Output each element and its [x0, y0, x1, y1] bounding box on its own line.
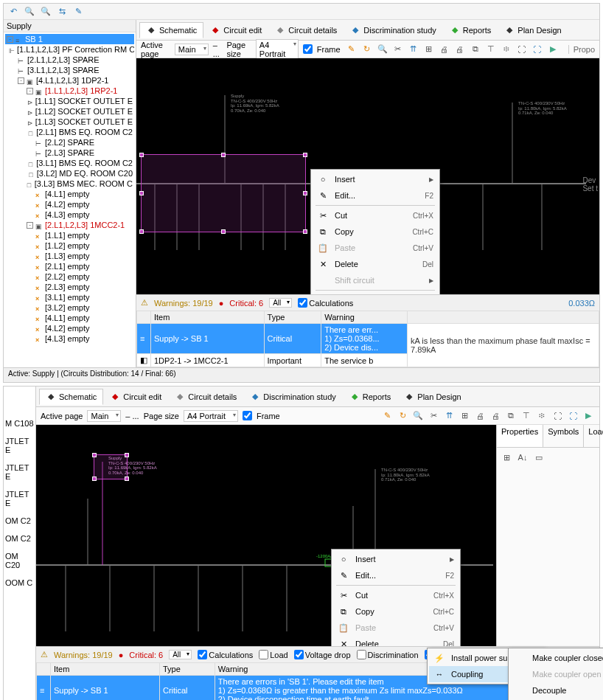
- context-menu[interactable]: ○Insert▶✎Edit...F2✂CutCtrl+X⧉CopyCtrl+C📋…: [310, 169, 440, 294]
- critical-count[interactable]: Critical: 6: [229, 299, 263, 308]
- tree-icon[interactable]: ⇈: [407, 43, 420, 56]
- tree-item[interactable]: -▣[2.L1,L2,L3] 1MCC2-1: [5, 220, 134, 230]
- scissors-icon[interactable]: ✂: [391, 43, 405, 56]
- tree-item[interactable]: ⊢[2.L3] SPARE: [5, 148, 134, 158]
- tab-schematic[interactable]: ◆Schematic: [139, 22, 203, 38]
- tree-item[interactable]: ⊳[1.L1] SOCKET OUTLET E: [5, 96, 134, 106]
- tree-item[interactable]: □[3.L2] MD EQ. ROOM C20: [5, 168, 134, 179]
- tree-item[interactable]: ×[3.L2] empty: [5, 302, 134, 313]
- print2-icon[interactable]: 🖨: [453, 43, 467, 56]
- menu-delete[interactable]: ✕DeleteDel: [333, 636, 459, 646]
- menu-decouple[interactable]: Decouple: [510, 682, 603, 699]
- tree-item[interactable]: ×[1.L1] empty: [5, 230, 134, 240]
- tree-item[interactable]: ×[4.L1] empty: [5, 189, 134, 199]
- props-tabs[interactable]: PropertiesSymbolsLoadVolt drop: [497, 425, 599, 448]
- tab-discrimination-study[interactable]: ◆Discrimination study: [243, 389, 342, 405]
- search-icon[interactable]: 🔍: [411, 409, 425, 423]
- menu-cut[interactable]: ✂CutCtrl+X: [333, 587, 459, 603]
- search-icon[interactable]: 🔍: [376, 43, 389, 56]
- tree-root[interactable]: - ≡ SB 1: [5, 34, 134, 44]
- copy-icon[interactable]: ⧉: [504, 409, 517, 423]
- tab-circuit-edit[interactable]: ◆Circuit edit: [203, 22, 268, 38]
- tab-reports[interactable]: ◆Reports: [343, 389, 398, 405]
- expand-icon[interactable]: ⛶: [551, 409, 564, 423]
- tree-item[interactable]: ⊳[1.L2] SOCKET OUTLET E: [5, 106, 134, 117]
- tree-item[interactable]: ⊢[3.L1,L2,L3] SPARE: [5, 65, 134, 75]
- tree-item[interactable]: ×[2.L3] empty: [5, 282, 134, 292]
- tree-item[interactable]: □[2.L1] BMS EQ. ROOM C2: [5, 127, 134, 137]
- tab-schematic[interactable]: ◆Schematic: [39, 389, 103, 405]
- undo-icon[interactable]: ↶: [7, 5, 20, 18]
- copy-icon[interactable]: ⧉: [469, 43, 482, 56]
- expand-icon[interactable]: -: [27, 222, 33, 229]
- tab-reports[interactable]: ◆Reports: [443, 22, 498, 38]
- print-icon[interactable]: 🖨: [438, 43, 451, 56]
- reload-icon[interactable]: ↻: [396, 409, 409, 423]
- zoom-in-icon[interactable]: 🔍: [23, 5, 36, 18]
- expand-icon[interactable]: ⛶: [515, 43, 529, 56]
- active-page-select[interactable]: Main: [87, 410, 121, 422]
- tree-item[interactable]: -▣[4.L1,L2,L3] 1DP2-1: [5, 75, 134, 86]
- menu-make-coupler-closed[interactable]: Make coupler closed: [510, 650, 603, 666]
- play-icon[interactable]: ▶: [546, 43, 560, 56]
- menu-delete[interactable]: ✕DeleteDel: [313, 256, 438, 272]
- submenu-coupling[interactable]: Make coupler closedMake coupler openDeco…: [508, 648, 603, 700]
- pencil-icon[interactable]: ✎: [380, 409, 394, 423]
- tree-icon[interactable]: ⇈: [442, 409, 456, 423]
- tree-item[interactable]: ×[2.L2] empty: [5, 271, 134, 282]
- menu-edit-[interactable]: ✎Edit...F2: [313, 187, 438, 204]
- tree[interactable]: - ≡ SB 1 ⊩[1.L1,L2,L3] PF Correction RM …: [4, 32, 136, 345]
- tree-item[interactable]: ⊢[2.L2] SPARE: [5, 137, 134, 148]
- reload-icon[interactable]: ↻: [360, 43, 374, 56]
- tree-item[interactable]: ⊩[1.L1,L2,L3] PF Correction RM C108: [5, 44, 134, 55]
- filter-all[interactable]: All: [269, 298, 292, 308]
- tab-discrimination-study[interactable]: ◆Discrimination study: [344, 22, 442, 38]
- tab-circuit-details[interactable]: ◆Circuit details: [168, 389, 243, 405]
- org-icon[interactable]: ⊤: [520, 409, 533, 423]
- zoom-out-icon[interactable]: 🔍: [39, 5, 52, 18]
- people-icon[interactable]: ፨: [500, 43, 513, 56]
- tree-item[interactable]: □[3.L1] BMS EQ. ROOM C2: [5, 158, 134, 168]
- print-icon[interactable]: 🖨: [473, 409, 487, 423]
- table-row[interactable]: ≡ Supply -> SB 1 Critical There are err.…: [137, 324, 599, 354]
- sort-icon[interactable]: A↓: [516, 451, 529, 464]
- tree-item[interactable]: ×[1.L2] empty: [5, 240, 134, 251]
- menu-copy[interactable]: ⧉CopyCtrl+C: [333, 603, 459, 620]
- tab-circuit-edit[interactable]: ◆Circuit edit: [103, 389, 168, 405]
- tree-item[interactable]: ×[4.L3] empty: [5, 333, 134, 344]
- expand-icon[interactable]: -: [18, 77, 24, 84]
- page-size-select[interactable]: A4 Portrait: [256, 39, 299, 60]
- tree-item[interactable]: ×[4.L2] empty: [5, 323, 134, 333]
- menu-circuit-functions[interactable]: Circuit functions▶: [313, 292, 438, 294]
- tree-item[interactable]: ×[1.L3] empty: [5, 251, 134, 261]
- scissors-icon[interactable]: ✂: [427, 409, 440, 423]
- frame-checkbox[interactable]: [243, 411, 252, 420]
- warnings-table[interactable]: Item Type Warning ≡ Supply -> SB 1 Criti…: [136, 311, 599, 367]
- menu-edit-[interactable]: ✎Edit...F2: [333, 567, 459, 583]
- edit-icon[interactable]: ✎: [72, 5, 85, 18]
- page-size-select[interactable]: A4 Portrait: [184, 410, 238, 422]
- fullscreen-icon[interactable]: ⛶: [566, 409, 579, 423]
- menu-insert[interactable]: ○Insert▶: [333, 551, 459, 567]
- context-menu-bot[interactable]: ○Insert▶✎Edit...F2✂CutCtrl+X⧉CopyCtrl+C📋…: [331, 549, 461, 646]
- tab-plan-design[interactable]: ◆Plan Design: [498, 22, 568, 38]
- frame-checkbox[interactable]: [303, 44, 313, 54]
- props-tab-properties[interactable]: Properties: [497, 425, 543, 447]
- tree-item[interactable]: ×[4.L1] empty: [5, 313, 134, 323]
- collapse-icon[interactable]: -: [7, 36, 13, 43]
- tree-item[interactable]: ×[2.L1] empty: [5, 261, 134, 271]
- pencil-icon[interactable]: ✎: [345, 43, 358, 56]
- schematic-canvas-bot[interactable]: Supply TN-C-S 400/230V 50Hz Ip: 11.69kA,…: [36, 425, 496, 646]
- menu-copy[interactable]: ⧉CopyCtrl+C: [313, 223, 438, 240]
- active-page-select[interactable]: Main: [175, 44, 209, 55]
- tree-item[interactable]: ×[4.L2] empty: [5, 199, 134, 209]
- categorize-icon[interactable]: ⊞: [500, 451, 513, 464]
- tree-item[interactable]: ×[3.L1] empty: [5, 292, 134, 302]
- props-tab-load[interactable]: Load: [584, 425, 603, 447]
- schematic-canvas[interactable]: Supply TN-C-S 400/230V 50Hz Ip: 11.69kA,…: [136, 58, 599, 294]
- tab-circuit-details[interactable]: ◆Circuit details: [268, 22, 344, 38]
- warnings-count[interactable]: Warnings: 19/19: [154, 299, 213, 308]
- grid-icon[interactable]: ⊞: [422, 43, 436, 56]
- tree-item[interactable]: ⊳[1.L3] SOCKET OUTLET E: [5, 117, 134, 127]
- props-tab-symbols[interactable]: Symbols: [543, 425, 584, 447]
